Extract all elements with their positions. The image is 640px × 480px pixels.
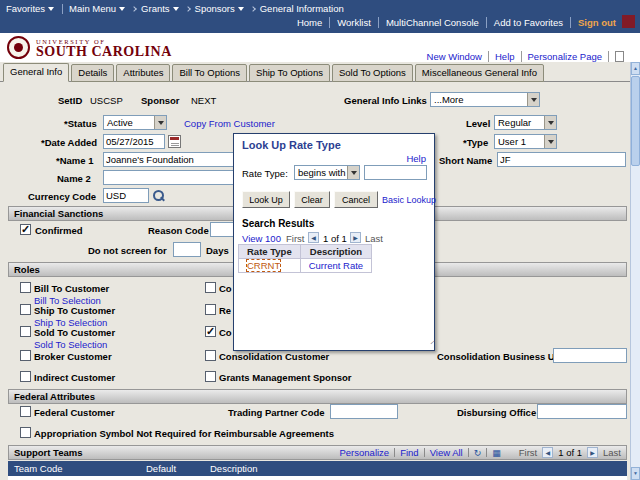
ship-to-customer-checkbox[interactable]	[20, 304, 31, 315]
sold-to-customer-checkbox[interactable]	[20, 326, 31, 337]
date-added-field[interactable]: 05/27/2015	[103, 134, 165, 149]
tab-misc-general-info[interactable]: Miscellaneous General Info	[415, 64, 544, 82]
caret-down-icon	[173, 7, 179, 11]
multichannel-console-link[interactable]: MultiChannel Console	[386, 17, 487, 28]
column-default: Default	[146, 463, 176, 474]
pager-next-icon[interactable]: ▶	[350, 232, 361, 243]
pager-first-label[interactable]: First	[519, 447, 537, 458]
level-label: Level	[466, 118, 490, 129]
chevron-right-icon	[185, 6, 191, 12]
disbursing-office-label: Disbursing Office	[457, 407, 536, 418]
description-result-link[interactable]: Current Rate	[309, 260, 363, 271]
personalize-page-link[interactable]: Personalize Page	[528, 51, 609, 62]
cancel-button[interactable]: Cancel	[334, 191, 378, 208]
help-link[interactable]: Help	[495, 51, 522, 62]
status-select[interactable]: Active	[103, 115, 167, 130]
scrollbar-thumb[interactable]	[631, 76, 640, 166]
operator-select[interactable]: begins with	[294, 165, 360, 180]
bill-to-customer-checkbox[interactable]	[20, 282, 31, 293]
type-select[interactable]: User 1	[494, 134, 557, 149]
garnet-block-icon	[622, 15, 635, 28]
do-not-screen-label: Do not screen for	[88, 245, 167, 256]
disbursing-office-field[interactable]	[537, 404, 627, 419]
sold-to-selection-link[interactable]: Sold To Selection	[34, 339, 107, 350]
dialog-title: Look Up Rate Type	[242, 139, 341, 151]
pager-last-label[interactable]: Last	[365, 233, 383, 244]
basic-lookup-link[interactable]: Basic Lookup	[382, 195, 436, 205]
do-not-screen-field[interactable]	[173, 242, 201, 257]
column-rate-type: Rate Type	[239, 245, 301, 259]
peoplesoft-window: Favorites Main Menu Grants Sponsors Gene…	[0, 0, 640, 480]
date-added-label: *Date Added	[41, 137, 97, 148]
pager-prev-icon[interactable]: ◀	[308, 232, 319, 243]
pager-page-label: 1 of 1	[558, 447, 582, 458]
refresh-icon[interactable]: ↻	[474, 448, 482, 458]
rate-type-result-link[interactable]: CRRNT	[247, 260, 280, 271]
broker-customer-checkbox[interactable]	[20, 350, 31, 361]
caret-down-icon	[119, 7, 125, 11]
role-checkbox[interactable]	[205, 282, 216, 293]
download-grid-icon[interactable]: ▦	[492, 448, 501, 458]
sign-out-link[interactable]: Sign out	[578, 17, 616, 28]
tab-details[interactable]: Details	[71, 64, 114, 82]
federal-customer-checkbox[interactable]	[20, 406, 31, 417]
consolidation-customer-checkbox[interactable]	[205, 350, 216, 361]
breadcrumb-favorites[interactable]: Favorites	[6, 3, 45, 14]
resize-grip-icon[interactable]: ...	[426, 336, 436, 346]
tab-bill-to-options[interactable]: Bill To Options	[172, 64, 247, 82]
general-info-links-select[interactable]: ...More	[430, 92, 540, 107]
tab-strip: General Info Details Attributes Bill To …	[0, 62, 631, 82]
short-name-label: Short Name	[439, 155, 492, 166]
rate-type-search-input[interactable]	[364, 165, 427, 180]
utility-links: Home Worklist MultiChannel Console Add t…	[297, 17, 616, 28]
add-to-favorites-link[interactable]: Add to Favorites	[494, 17, 571, 28]
calendar-icon[interactable]	[168, 135, 181, 148]
appropriation-symbol-checkbox[interactable]	[20, 427, 31, 438]
clear-button[interactable]: Clear	[294, 191, 330, 208]
breadcrumb-grants[interactable]: Grants	[141, 3, 170, 14]
level-select[interactable]: Regular	[494, 115, 557, 130]
role-checkbox[interactable]	[205, 304, 216, 315]
usc-seal-icon	[7, 36, 30, 59]
tab-general-info[interactable]: General Info	[3, 63, 69, 82]
lookup-magnifier-icon[interactable]	[152, 189, 165, 202]
pager-last-label[interactable]: Last	[603, 447, 621, 458]
copy-url-page-icon[interactable]	[615, 51, 624, 62]
short-name-field[interactable]: JF	[497, 152, 626, 167]
personalize-link[interactable]: Personalize	[340, 447, 390, 458]
tab-sold-to-options[interactable]: Sold To Options	[332, 64, 413, 82]
sponsor-label: Sponsor	[141, 95, 180, 106]
worklist-link[interactable]: Worklist	[337, 17, 379, 28]
setid-label: SetID	[58, 95, 82, 106]
grants-management-sponsor-checkbox[interactable]	[205, 371, 216, 382]
home-link[interactable]: Home	[297, 17, 330, 28]
trading-partner-code-field[interactable]	[330, 404, 398, 419]
consolidation-business-unit-field[interactable]	[553, 348, 627, 363]
tab-attributes[interactable]: Attributes	[116, 64, 170, 82]
breadcrumb-main-menu[interactable]: Main Menu	[69, 3, 116, 14]
toolbar-divider	[468, 448, 469, 457]
vertical-scrollbar[interactable]: ▲ ▼	[630, 62, 640, 480]
copy-from-customer-link[interactable]: Copy From Customer	[184, 118, 275, 129]
find-link[interactable]: Find	[400, 447, 418, 458]
broker-customer-label: Broker Customer	[34, 351, 112, 362]
currency-code-field[interactable]: USD	[103, 188, 149, 203]
confirmed-checkbox[interactable]	[20, 224, 31, 235]
view-all-link[interactable]: View All	[430, 447, 463, 458]
look-up-button[interactable]: Look Up	[242, 191, 290, 208]
breadcrumb-sponsors[interactable]: Sponsors	[195, 3, 235, 14]
pager-first-label[interactable]: First	[286, 233, 304, 244]
pager-prev-icon[interactable]: ◀	[542, 447, 553, 458]
currency-code-label: Currency Code	[28, 191, 96, 202]
chevron-down-icon	[347, 166, 359, 179]
scroll-down-icon[interactable]: ▼	[631, 467, 640, 480]
pager-next-icon[interactable]: ▶	[587, 447, 598, 458]
role-checkbox[interactable]	[205, 326, 216, 337]
scroll-up-icon[interactable]: ▲	[631, 62, 640, 75]
general-info-links-label: General Info Links	[344, 95, 427, 106]
view-100-link[interactable]: View 100	[242, 233, 281, 244]
tab-ship-to-options[interactable]: Ship To Options	[249, 64, 330, 82]
new-window-link[interactable]: New Window	[427, 51, 489, 62]
indirect-customer-checkbox[interactable]	[20, 371, 31, 382]
help-link[interactable]: Help	[406, 153, 426, 164]
